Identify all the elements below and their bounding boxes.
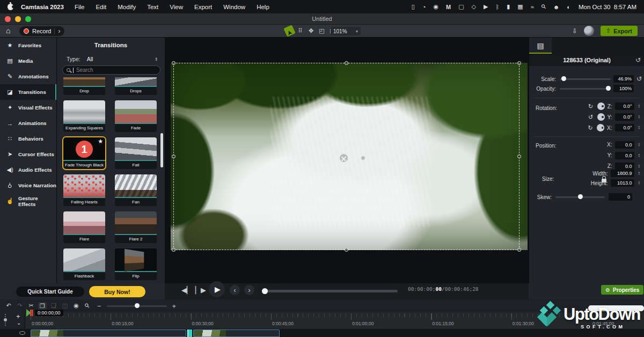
resize-handle[interactable] xyxy=(172,248,175,252)
menu-item[interactable]: Help xyxy=(257,4,269,10)
sidebar-item[interactable]: ★ Favorites xyxy=(0,38,56,53)
menu-item[interactable]: Modify xyxy=(118,4,136,10)
add-track-icon[interactable]: + xyxy=(16,312,20,320)
sidebar-item[interactable]: → Animations xyxy=(0,115,56,131)
keyboard-icon[interactable]: ▦ xyxy=(517,3,523,10)
stepper-icon[interactable] xyxy=(638,143,640,147)
rotation-value[interactable]: 0.0° xyxy=(615,124,634,131)
users-icon[interactable]: ☻ xyxy=(553,4,560,10)
search-input[interactable] xyxy=(76,67,141,73)
transition-marker[interactable] xyxy=(187,329,192,337)
menu-item[interactable]: View xyxy=(170,4,183,10)
transition-tile[interactable]: Expanding Squares xyxy=(63,100,105,132)
chevron-down-icon[interactable]: ⌄ xyxy=(17,320,21,326)
sidebar-item[interactable]: ⚲ Voice Narration xyxy=(0,178,56,193)
seek-handle[interactable] xyxy=(262,288,268,294)
apple-menu-icon[interactable] xyxy=(8,4,13,10)
camera-alert-icon[interactable]: ◉ xyxy=(433,3,438,10)
type-dropdown[interactable]: All xyxy=(87,56,93,62)
timeline-zoom-out-icon[interactable]: − xyxy=(95,302,104,310)
search-field[interactable] xyxy=(62,65,160,75)
seek-bar[interactable] xyxy=(262,290,398,292)
menu-item[interactable]: Window xyxy=(223,4,245,10)
sidebar-item[interactable]: ✎ Annotations xyxy=(0,69,56,84)
step-backward-icon[interactable]: ◀▏ xyxy=(181,286,192,294)
stepper-icon[interactable] xyxy=(638,126,640,130)
bluetooth-icon[interactable]: ᛒ xyxy=(496,4,500,10)
opacity-slider[interactable] xyxy=(560,88,611,90)
stepper-icon[interactable] xyxy=(638,153,640,158)
undo-icon[interactable]: ↶ xyxy=(4,302,13,310)
transition-tile[interactable]: Fade xyxy=(115,100,157,132)
skew-value[interactable]: 0 xyxy=(609,193,632,201)
position-value[interactable]: 0.0 xyxy=(615,163,634,170)
timer-icon[interactable]: ◔ xyxy=(422,4,426,10)
resize-handle[interactable] xyxy=(345,248,348,252)
m-app-icon[interactable]: M xyxy=(446,4,451,10)
playhead[interactable]: 0:00:00;00 xyxy=(26,309,63,317)
track-visibility-eye-icon[interactable] xyxy=(19,331,25,335)
rotate-z-icon[interactable]: ↻ xyxy=(587,103,595,110)
transition-tile[interactable]: 1 ★ Fade Through Black xyxy=(63,137,105,169)
shield-icon[interactable]: ◇ xyxy=(472,3,476,10)
tab-media-properties[interactable]: ▤ xyxy=(529,38,552,54)
menu-item[interactable]: Export xyxy=(194,4,212,10)
skew-slider[interactable] xyxy=(555,196,605,198)
camera-icon[interactable]: ◉ xyxy=(72,302,80,310)
scale-slider[interactable] xyxy=(560,78,611,80)
transition-tile[interactable]: Falling Hearts xyxy=(63,174,105,206)
transition-tile[interactable]: Flare xyxy=(63,211,105,243)
rotation-anchor[interactable] xyxy=(339,153,348,163)
resize-handle[interactable] xyxy=(345,61,348,65)
search-icon[interactable]: ⚲ xyxy=(539,3,547,11)
cursor-tool-icon[interactable]: ➤ xyxy=(283,25,296,37)
stepper-icon[interactable] xyxy=(638,171,640,175)
stepper-icon[interactable] xyxy=(638,164,640,169)
resize-handle[interactable] xyxy=(517,248,521,252)
magnifier-icon[interactable]: ⚲ xyxy=(82,300,93,312)
sidebar-item[interactable]: ◪ Transitions xyxy=(0,84,56,100)
redo-icon[interactable]: ↷ xyxy=(16,302,24,310)
menu-clock[interactable]: Mon Oct 30 8:57 AM xyxy=(579,4,636,10)
timeline-zoom-slider[interactable] xyxy=(107,305,167,307)
transition-tile[interactable]: Flashback xyxy=(63,248,105,280)
siri-icon[interactable]: ◐ xyxy=(567,4,570,10)
transition-tile[interactable]: Fall xyxy=(115,137,157,169)
buy-now-button[interactable]: Buy Now! xyxy=(89,286,145,297)
rotate-x-icon[interactable]: ↻ xyxy=(587,124,594,131)
sidebar-item[interactable]: ∷ Behaviors xyxy=(0,131,56,146)
reset-all-icon[interactable]: ↺ xyxy=(635,56,641,64)
resize-handle[interactable] xyxy=(172,155,175,158)
rotate-y-icon[interactable]: ↺ xyxy=(587,114,595,121)
transition-tile[interactable]: Drops xyxy=(115,77,157,95)
play-button[interactable]: ▶ xyxy=(209,281,225,297)
panel-scrollbar[interactable] xyxy=(160,133,163,167)
rotation-dial[interactable] xyxy=(597,113,605,121)
transition-tile[interactable]: Flip xyxy=(115,248,157,280)
rotation-handle[interactable] xyxy=(361,156,365,160)
timeline-clip[interactable] xyxy=(193,329,280,337)
play-circle-icon[interactable]: ▶ xyxy=(484,3,488,10)
quick-start-guide-button[interactable]: Quick Start Guide xyxy=(16,287,84,297)
sidebar-item[interactable]: ▤ Media xyxy=(0,53,56,69)
favorite-star-icon[interactable]: ★ xyxy=(98,138,103,145)
menu-item[interactable]: File xyxy=(75,4,85,10)
rotation-value[interactable]: 0.0° xyxy=(615,113,634,121)
display-icon[interactable]: ▯ xyxy=(412,3,415,10)
download-icon[interactable]: ⇩ xyxy=(572,27,577,35)
pan-points-tool-icon[interactable]: ⠿ xyxy=(296,26,305,35)
width-value[interactable]: 1800.9 xyxy=(611,170,634,177)
menu-item[interactable]: Edit xyxy=(96,4,106,10)
step-forward-icon[interactable]: ▏▶ xyxy=(195,286,206,294)
transition-tile[interactable]: Flare 2 xyxy=(115,211,157,243)
record-button[interactable]: Record › xyxy=(19,26,64,36)
canvas-zoom-select[interactable]: 101%▾ xyxy=(331,27,361,35)
timeline-ruler[interactable]: 0:00:00;000:00:15;000:00:30;000:00:45;00… xyxy=(25,312,644,329)
sidebar-item[interactable]: ☝ Gesture Effects xyxy=(0,193,56,209)
rotation-dial[interactable] xyxy=(597,102,605,110)
app-menu-title[interactable]: Camtasia 2023 xyxy=(21,4,64,10)
scale-reset-icon[interactable]: ↺ xyxy=(636,75,642,83)
type-dropdown-stepper-icon[interactable]: ▲▼ xyxy=(155,57,158,61)
timeline-zoom-in-icon[interactable]: + xyxy=(170,302,179,310)
webcam-preview-icon[interactable] xyxy=(584,26,594,36)
